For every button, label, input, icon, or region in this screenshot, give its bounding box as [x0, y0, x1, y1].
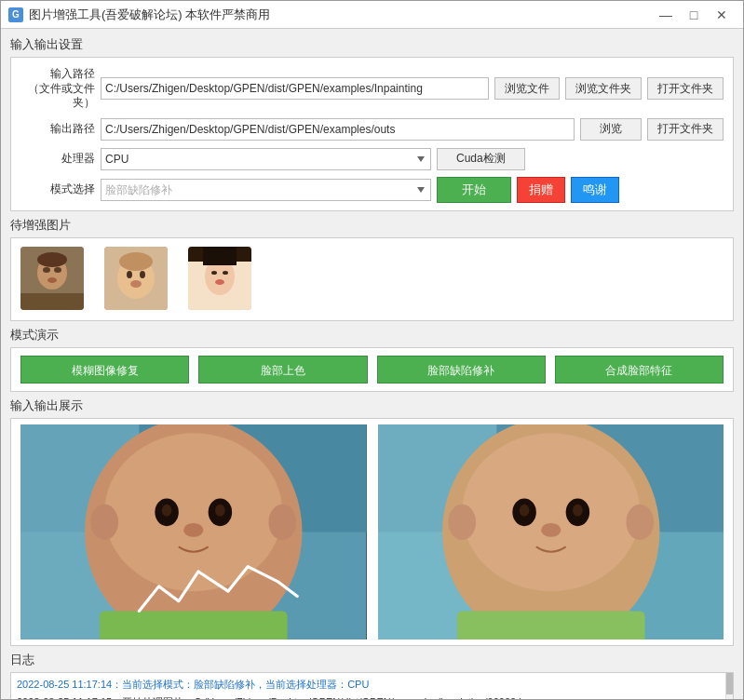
thumbnail-2[interactable]	[104, 247, 169, 312]
open-folder-button-2[interactable]: 打开文件夹	[647, 118, 724, 141]
thumbnail-image-2	[104, 247, 168, 310]
browse-button[interactable]: 浏览	[580, 118, 642, 141]
svg-point-12	[119, 252, 153, 271]
svg-rect-32	[100, 611, 288, 639]
log-entry-2: 2022-08-25 11:17:15：开始处理图片：C:/Users/Zhig…	[17, 694, 727, 699]
open-folder-button-1[interactable]: 打开文件夹	[647, 77, 724, 100]
maximize-button[interactable]: □	[680, 6, 708, 24]
demo-btn-2[interactable]: 脸部上色	[198, 356, 367, 384]
svg-point-29	[183, 523, 203, 537]
output-image-display	[378, 424, 724, 639]
thumbnail-image-1	[20, 247, 84, 310]
mode-select[interactable]: 脸部缺陷修补	[101, 179, 431, 201]
svg-point-27	[162, 505, 172, 517]
io-display-label: 输入输出展示	[10, 397, 734, 414]
svg-point-11	[130, 280, 142, 288]
thumbnails-panel	[10, 237, 734, 321]
svg-point-3	[54, 267, 61, 273]
close-button[interactable]: ✕	[708, 6, 736, 24]
browse-file-button[interactable]: 浏览文件	[494, 77, 560, 100]
processor-row: 处理器 CPU Cuda检测	[20, 146, 724, 172]
demo-btn-1[interactable]: 模糊图像修复	[20, 356, 189, 384]
thumbnail-image-3	[188, 247, 251, 310]
input-settings-label: 输入输出设置	[10, 36, 734, 53]
svg-point-24	[104, 433, 282, 591]
mode-row: 模式选择 脸部缺陷修补 开始 捐赠 鸣谢	[20, 177, 724, 203]
window-title: 图片增强工具(吾爱破解论坛) 本软件严禁商用	[29, 7, 270, 23]
svg-rect-5	[20, 293, 84, 310]
svg-point-10	[140, 271, 145, 278]
svg-point-41	[573, 505, 583, 517]
log-entry-1: 2022-08-25 11:17:14：当前选择模式：脸部缺陷修补，当前选择处理…	[17, 677, 727, 693]
input-path-row: 输入路径 （文件或文件夹） 浏览文件 浏览文件夹 打开文件夹	[20, 65, 724, 113]
io-display-section: 输入输出展示	[10, 397, 734, 646]
svg-point-31	[268, 505, 296, 540]
donate-button[interactable]: 捐赠	[517, 177, 565, 203]
svg-point-15	[211, 271, 217, 275]
svg-point-37	[462, 433, 640, 591]
output-path-row: 输出路径 浏览 打开文件夹	[20, 117, 724, 141]
input-image-display	[20, 424, 367, 639]
svg-rect-45	[456, 611, 644, 639]
input-path-label: 输入路径 （文件或文件夹）	[20, 67, 95, 111]
demo-btn-4[interactable]: 合成脸部特征	[555, 356, 724, 384]
input-settings-form: 输入路径 （文件或文件夹） 浏览文件 浏览文件夹 打开文件夹 输出路径 浏览 打…	[20, 65, 724, 203]
input-settings-panel: 输入路径 （文件或文件夹） 浏览文件 浏览文件夹 打开文件夹 输出路径 浏览 打…	[10, 57, 734, 211]
svg-point-4	[47, 277, 57, 283]
svg-point-43	[448, 505, 476, 540]
thanks-button[interactable]: 鸣谢	[571, 177, 619, 203]
svg-point-6	[37, 252, 67, 267]
svg-point-30	[90, 505, 118, 540]
svg-point-17	[215, 279, 224, 285]
browse-folder-button[interactable]: 浏览文件夹	[565, 77, 642, 100]
main-window: G 图片增强工具(吾爱破解论坛) 本软件严禁商用 — □ ✕ 输入输出设置 输入…	[0, 0, 744, 700]
thumbnails-section: 待增强图片	[10, 217, 734, 321]
mode-demo-panel: 模糊图像修复 脸部上色 脸部缺陷修补 合成脸部特征	[10, 347, 734, 392]
title-bar-left: G 图片增强工具(吾爱破解论坛) 本软件严禁商用	[8, 7, 270, 23]
mode-demo-section: 模式演示 模糊图像修复 脸部上色 脸部缺陷修补 合成脸部特征	[10, 327, 734, 392]
processor-label: 处理器	[20, 152, 95, 167]
svg-point-40	[519, 505, 529, 517]
log-section: 日志 2022-08-25 11:17:14：当前选择模式：脸部缺陷修补，当前选…	[10, 652, 734, 692]
svg-point-9	[127, 271, 132, 278]
log-label: 日志	[10, 652, 734, 668]
title-bar: G 图片增强工具(吾爱破解论坛) 本软件严禁商用 — □ ✕	[1, 1, 743, 29]
mode-demo-label: 模式演示	[10, 327, 734, 343]
mode-label: 模式选择	[20, 182, 95, 197]
thumbnail-1[interactable]	[20, 247, 86, 312]
svg-point-28	[215, 505, 225, 517]
svg-point-44	[626, 505, 654, 540]
main-content: 输入输出设置 输入路径 （文件或文件夹） 浏览文件 浏览文件夹 打开文件夹	[1, 29, 743, 699]
svg-point-16	[223, 271, 228, 275]
svg-point-2	[43, 267, 50, 273]
app-icon: G	[8, 7, 23, 22]
processor-select[interactable]: CPU	[101, 148, 431, 170]
log-scrollbar[interactable]	[725, 673, 733, 699]
thumbnails-label: 待增强图片	[10, 217, 734, 234]
output-path-field[interactable]	[101, 118, 575, 141]
start-button[interactable]: 开始	[437, 177, 511, 203]
cuda-detect-button[interactable]: Cuda检测	[437, 148, 525, 170]
io-display-panel	[10, 418, 734, 646]
log-scrollbar-thumb[interactable]	[726, 673, 734, 694]
log-panel[interactable]: 2022-08-25 11:17:14：当前选择模式：脸部缺陷修补，当前选择处理…	[10, 672, 734, 699]
input-path-field[interactable]	[101, 77, 489, 100]
input-settings-section: 输入输出设置 输入路径 （文件或文件夹） 浏览文件 浏览文件夹 打开文件夹	[10, 36, 734, 211]
svg-rect-19	[203, 247, 237, 265]
window-controls: — □ ✕	[652, 6, 736, 24]
thumbnail-3[interactable]	[188, 247, 253, 312]
minimize-button[interactable]: —	[652, 6, 680, 24]
demo-btn-3[interactable]: 脸部缺陷修补	[377, 356, 546, 384]
output-path-label: 输出路径	[20, 122, 95, 137]
svg-point-42	[541, 523, 561, 537]
